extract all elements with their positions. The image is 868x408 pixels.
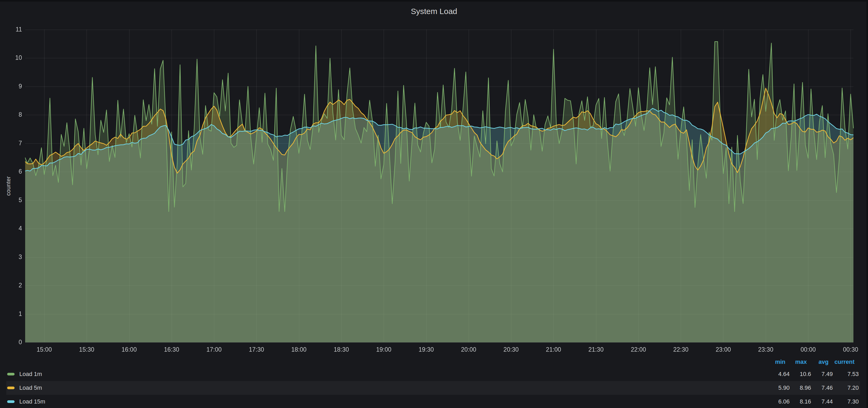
legend-row: Load 1m4.6410.67.497.53 (0, 367, 868, 381)
x-tick-label: 18:00 (291, 346, 307, 353)
legend-row: Load 5m5.908.967.467.20 (0, 381, 868, 395)
series-color-dash-icon (7, 386, 14, 389)
legend-row: Load 15m6.068.167.447.30 (0, 395, 868, 408)
x-tick-label: 21:30 (588, 346, 604, 353)
x-tick-label: 22:30 (673, 346, 688, 353)
series-stat-max: 8.16 (800, 398, 811, 405)
series-stat-current: 7.20 (847, 384, 859, 391)
x-tick-label: 20:30 (503, 346, 519, 353)
y-tick-label: 4 (3, 225, 22, 232)
x-tick-label: 16:30 (164, 346, 179, 353)
legend-header-current[interactable]: current (834, 359, 855, 365)
series-stat-max: 8.96 (800, 384, 811, 391)
x-tick-label: 23:30 (758, 346, 773, 353)
x-tick-label: 15:30 (79, 346, 95, 353)
x-tick-label: 22:00 (631, 346, 646, 353)
x-tick-label: 21:00 (546, 346, 561, 353)
x-tick-label: 23:00 (716, 346, 731, 353)
series-stat-max: 10.6 (800, 371, 811, 378)
y-tick-label: 10 (3, 54, 22, 61)
x-tick-label: 16:00 (122, 346, 137, 353)
y-tick-label: 3 (3, 253, 22, 261)
x-tick-label: 15:00 (36, 346, 52, 353)
y-tick-label: 11 (3, 26, 22, 33)
series-color-dash-icon (7, 400, 14, 403)
legend-header-max[interactable]: max (795, 359, 807, 365)
x-tick-label: 00:00 (801, 346, 816, 353)
series-stat-avg: 7.44 (822, 398, 833, 405)
y-tick-label: 6 (3, 168, 22, 175)
y-tick-label: 8 (3, 111, 22, 118)
y-tick-label: 0 (3, 339, 22, 346)
x-tick-label: 17:00 (206, 346, 222, 353)
legend-header-min[interactable]: min (775, 359, 785, 365)
y-tick-label: 2 (3, 282, 22, 289)
legend-series-toggle[interactable]: Load 15m (7, 395, 45, 408)
y-tick-label: 9 (3, 83, 22, 90)
series-stat-min: 6.06 (778, 398, 789, 405)
legend-series-toggle[interactable]: Load 5m (7, 381, 42, 395)
x-tick-label: 19:00 (376, 346, 392, 353)
series-color-dash-icon (7, 373, 14, 375)
chart-canvas[interactable] (0, 0, 868, 357)
series-stat-min: 5.90 (778, 384, 789, 391)
legend-row-highlight (6, 381, 860, 395)
y-tick-label: 7 (3, 140, 22, 147)
series-label: Load 15m (19, 398, 45, 405)
series-label: Load 5m (19, 384, 42, 391)
series-stat-avg: 7.49 (822, 371, 833, 378)
x-tick-label: 19:30 (418, 346, 434, 353)
series-label: Load 1m (19, 371, 42, 378)
x-tick-label: 00:30 (843, 346, 859, 353)
x-tick-label: 20:00 (461, 346, 476, 353)
x-tick-label: 18:30 (334, 346, 349, 353)
y-tick-label: 5 (3, 197, 22, 204)
series-stat-avg: 7.46 (822, 384, 833, 391)
series-stat-min: 4.64 (778, 371, 789, 378)
series-stat-current: 7.30 (847, 398, 859, 405)
legend-header-avg[interactable]: avg (818, 359, 829, 365)
y-tick-label: 1 (3, 310, 22, 317)
legend-series-toggle[interactable]: Load 1m (7, 367, 42, 381)
series-stat-current: 7.53 (847, 371, 859, 378)
x-tick-label: 17:30 (249, 346, 264, 353)
